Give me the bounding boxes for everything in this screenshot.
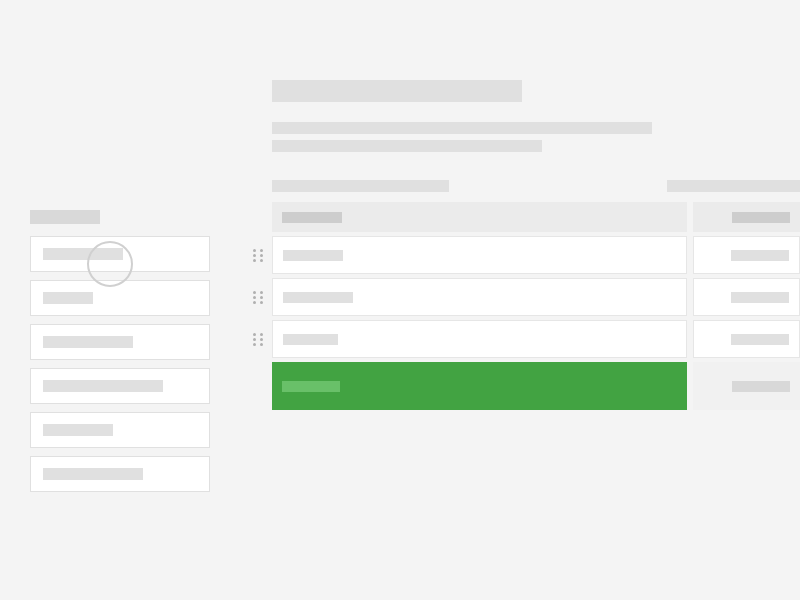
table-header-cell <box>693 202 800 232</box>
sidebar-item[interactable] <box>30 280 210 316</box>
row-value <box>731 334 789 345</box>
drag-handle-icon[interactable] <box>252 290 266 304</box>
row-cell-value <box>693 236 800 274</box>
sidebar-item-label <box>43 424 113 436</box>
sidebar-item[interactable] <box>30 456 210 492</box>
section-header-left <box>272 180 449 192</box>
sidebar-item[interactable] <box>30 324 210 360</box>
table-header-row <box>272 202 800 232</box>
sidebar-item[interactable] <box>30 368 210 404</box>
sidebar-item-label <box>43 468 143 480</box>
page-subtitle-line <box>272 122 652 134</box>
section-headers <box>272 180 800 192</box>
row-label <box>283 334 338 345</box>
drag-indicator-icon <box>87 241 133 287</box>
table-header-label <box>282 212 342 223</box>
row-value <box>731 250 789 261</box>
table-row[interactable] <box>252 236 800 274</box>
table-row[interactable] <box>252 278 800 316</box>
section-header-right <box>667 180 800 192</box>
summary-label <box>282 381 340 392</box>
row-cell-value <box>693 320 800 358</box>
sidebar-item-label <box>43 380 163 392</box>
page-subtitle <box>272 122 800 152</box>
table-row[interactable] <box>252 320 800 358</box>
sidebar-title <box>30 210 100 224</box>
table-header-label <box>732 212 790 223</box>
drag-handle-icon[interactable] <box>252 332 266 346</box>
sidebar-item-label <box>43 336 133 348</box>
row-cell-label <box>272 320 687 358</box>
row-cell-value <box>693 278 800 316</box>
drag-handle-icon[interactable] <box>252 248 266 262</box>
summary-value <box>732 381 790 392</box>
main-content <box>272 80 800 410</box>
sidebar-item-label <box>43 292 93 304</box>
page-title <box>272 80 522 102</box>
row-cell-label <box>272 236 687 274</box>
row-cell-label <box>272 278 687 316</box>
sidebar-item[interactable] <box>30 412 210 448</box>
row-label <box>283 292 353 303</box>
summary-cell-value <box>693 362 800 410</box>
row-value <box>731 292 789 303</box>
page-subtitle-line <box>272 140 542 152</box>
summary-cell-label <box>272 362 687 410</box>
summary-row <box>272 362 800 410</box>
row-label <box>283 250 343 261</box>
table <box>252 202 800 410</box>
table-header-cell <box>272 202 687 232</box>
